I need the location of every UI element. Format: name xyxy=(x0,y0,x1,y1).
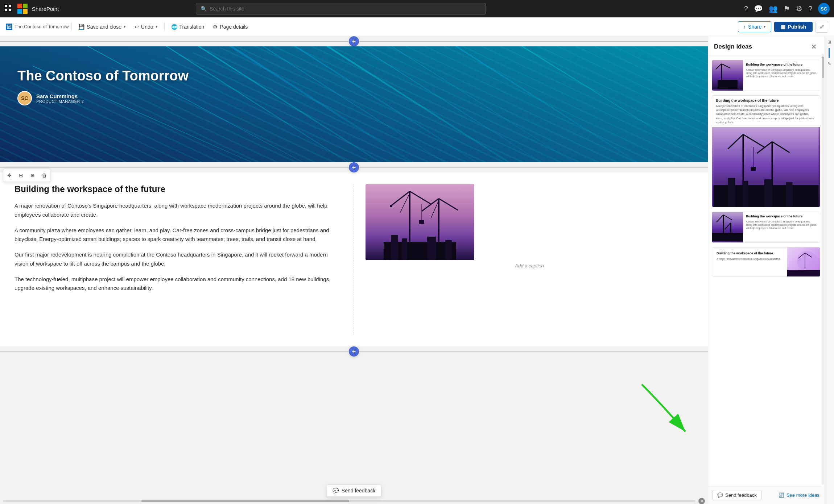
svg-rect-0 xyxy=(5,5,7,7)
add-section-circle-top[interactable]: + xyxy=(349,36,359,46)
svg-rect-33 xyxy=(391,235,398,260)
delete-button[interactable]: 🗑 xyxy=(39,170,49,180)
move-button[interactable]: ✥ xyxy=(4,170,15,180)
search-bar[interactable]: 🔍 xyxy=(196,3,486,14)
page-toolbar: The Contoso of Tomorrow 💾 Save and close… xyxy=(0,17,834,36)
feedback-btn-icon: 💬 xyxy=(717,492,723,498)
svg-rect-34 xyxy=(402,238,407,260)
idea-1-image xyxy=(712,60,743,91)
design-ideas-panel: Design ideas ✕ xyxy=(708,36,824,504)
image-caption[interactable]: Add a caption xyxy=(366,263,693,268)
main-area: + xyxy=(0,36,834,504)
feedback-icon: 💬 xyxy=(333,488,339,493)
strip-button-1[interactable]: ⊞ xyxy=(826,38,833,46)
share-chevron-icon: ▾ xyxy=(764,24,766,29)
share-button[interactable]: ↑ Share ▾ xyxy=(738,21,771,32)
content-section: ✥ ⊞ ⊕ 🗑 Building the workspace of the fu… xyxy=(0,172,708,346)
add-section-top[interactable]: + xyxy=(0,36,708,46)
hero-title: The Contoso of Tomorrow xyxy=(17,68,690,84)
hero-avatar: SC xyxy=(17,91,32,105)
strip-active-indicator xyxy=(829,48,830,58)
design-idea-1[interactable]: Building the workspace of the future A m… xyxy=(711,59,821,92)
horizontal-scrollbar[interactable]: ✕ xyxy=(0,498,708,504)
crane-image-svg xyxy=(366,184,474,260)
save-close-label: Save and close xyxy=(87,24,121,30)
settings-icon[interactable]: ⚙ xyxy=(796,4,802,13)
search-input[interactable] xyxy=(210,6,481,12)
svg-rect-57 xyxy=(723,215,724,236)
save-chevron-icon: ▾ xyxy=(124,24,126,29)
article-image[interactable] xyxy=(366,184,474,260)
svg-rect-24 xyxy=(390,205,392,207)
svg-rect-36 xyxy=(445,240,452,260)
page-details-icon: ⚙ xyxy=(213,24,218,30)
design-panel-header: Design ideas ✕ xyxy=(708,36,824,56)
section-toolbar: ✥ ⊞ ⊕ 🗑 xyxy=(3,169,51,182)
add-section-circle-bottom[interactable]: + xyxy=(349,346,359,357)
nav-actions: ? 💬 👥 ⚑ ⚙ ? SC xyxy=(744,3,830,14)
strip-button-2[interactable]: ✎ xyxy=(826,60,833,67)
undo-button[interactable]: ↩ Undo ▾ xyxy=(131,22,161,32)
people-icon[interactable]: 👥 xyxy=(769,4,778,13)
undo-label: Undo xyxy=(141,24,153,30)
idea-1-text: Building the workspace of the future A m… xyxy=(743,60,820,91)
add-section-middle[interactable]: + xyxy=(0,162,708,172)
design-panel-close-button[interactable]: ✕ xyxy=(810,41,818,52)
svg-rect-65 xyxy=(805,253,805,269)
panel-scroll-thumb xyxy=(822,57,824,78)
send-feedback-button[interactable]: 💬 Send feedback xyxy=(713,490,761,500)
design-panel-footer: 💬 Send feedback 🔄 See more ideas xyxy=(708,486,824,504)
see-more-label: See more ideas xyxy=(786,492,819,498)
hero-section: The Contoso of Tomorrow SC Sara Cummings… xyxy=(0,46,708,162)
toolbar-right: ↑ Share ▾ ▦ Publish ⤢ xyxy=(738,21,828,33)
svg-rect-3 xyxy=(9,9,11,11)
expand-button[interactable]: ⤢ xyxy=(816,21,828,33)
flag-icon[interactable]: ⚑ xyxy=(784,4,790,13)
page-details-button[interactable]: ⚙ Page details xyxy=(209,22,251,32)
duplicate-button[interactable]: ⊕ xyxy=(28,170,38,180)
add-section-bottom[interactable]: + xyxy=(0,346,708,357)
separator-2 xyxy=(164,22,165,31)
scrollbar-thumb xyxy=(141,500,349,502)
page-title-label: The Contoso of Tomorrow xyxy=(15,24,69,29)
help-icon[interactable]: ? xyxy=(744,5,748,13)
design-idea-4[interactable]: Building the workspace of the future A m… xyxy=(711,246,821,278)
user-avatar[interactable]: SC xyxy=(818,3,830,14)
image-container: Add a caption xyxy=(366,184,693,268)
send-feedback-bar[interactable]: 💬 Send feedback xyxy=(326,484,381,497)
scroll-close-button[interactable]: ✕ xyxy=(698,498,705,504)
see-more-ideas-button[interactable]: 🔄 See more ideas xyxy=(779,492,819,498)
idea-2-image xyxy=(712,127,820,207)
translation-button[interactable]: 🌐 Translation xyxy=(168,22,208,32)
app-launcher-icon[interactable] xyxy=(4,4,12,13)
article-heading: Building the workspace of the future xyxy=(15,184,342,194)
add-section-circle-middle[interactable]: + xyxy=(349,162,359,172)
idea-3-text: Building the workspace of the future A m… xyxy=(743,212,820,242)
save-close-button[interactable]: 💾 Save and close ▾ xyxy=(75,22,129,32)
svg-rect-60 xyxy=(712,233,743,241)
design-idea-2[interactable]: Building the workspace of the future A m… xyxy=(711,95,821,208)
design-idea-3[interactable]: Building the workspace of the future A m… xyxy=(711,211,821,243)
svg-rect-47 xyxy=(751,167,756,171)
settings-section-button[interactable]: ⊞ xyxy=(16,170,26,180)
undo-icon: ↩ xyxy=(135,24,139,30)
svg-rect-41 xyxy=(718,80,738,89)
idea-2-text: Building the workspace of the future A m… xyxy=(712,96,820,127)
refresh-icon: 🔄 xyxy=(779,492,784,498)
chat-icon[interactable]: 💬 xyxy=(754,4,763,13)
svg-rect-53 xyxy=(743,181,748,207)
article-para-1: A major renovation of Contoso's Singapor… xyxy=(15,201,342,220)
sharepoint-brand: SharePoint xyxy=(32,6,59,12)
page-editor: + xyxy=(0,36,708,504)
svg-rect-35 xyxy=(427,237,436,260)
publish-button[interactable]: ▦ Publish xyxy=(774,22,813,32)
panel-scrollbar[interactable] xyxy=(822,54,824,485)
hero-author: SC Sara Cummings Product Manager 2 xyxy=(17,91,690,105)
svg-rect-43 xyxy=(743,134,744,189)
feedback-btn-label: Send feedback xyxy=(725,492,757,498)
svg-rect-27 xyxy=(419,220,424,224)
svg-rect-1 xyxy=(9,5,11,7)
svg-rect-54 xyxy=(764,179,772,207)
help-question-icon[interactable]: ? xyxy=(808,5,812,13)
publish-icon: ▦ xyxy=(781,24,785,30)
